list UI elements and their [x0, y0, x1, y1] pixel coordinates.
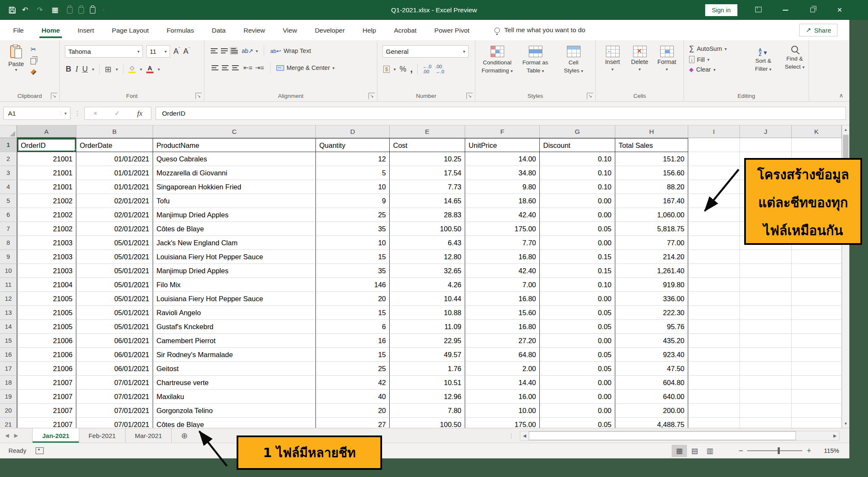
ribbon-tab-acrobat[interactable]: Acrobat — [385, 21, 425, 39]
page-break-view-icon[interactable]: ▥ — [702, 445, 717, 457]
format-cells-button[interactable]: Format▾ — [653, 40, 681, 101]
number-format-select[interactable]: General▾ — [382, 45, 469, 58]
cell[interactable]: 21001 — [17, 180, 76, 194]
cell[interactable]: 0.00 — [540, 390, 615, 404]
cell[interactable]: 35 — [316, 264, 390, 278]
cell[interactable]: 21003 — [17, 264, 76, 278]
cell[interactable]: 0.00 — [540, 376, 615, 390]
number-dialog-launcher[interactable]: ↘ — [466, 93, 473, 99]
cell[interactable]: 0.05 — [540, 306, 615, 320]
share-button[interactable]: ↗ Share — [799, 24, 837, 36]
cell[interactable] — [688, 320, 740, 334]
cell[interactable] — [740, 404, 792, 418]
cell[interactable]: 7.73 — [390, 180, 465, 194]
cell[interactable]: 0.00 — [540, 334, 615, 348]
tabbar-splitter[interactable]: ⋮ — [508, 433, 514, 439]
cell[interactable] — [740, 138, 792, 152]
cell[interactable]: 11.09 — [390, 320, 465, 334]
cell[interactable]: 0.05 — [540, 348, 615, 362]
cell[interactable]: 0.10 — [540, 152, 615, 166]
cell-styles-button[interactable]: Cell Styles ▾ — [555, 40, 593, 101]
formula-bar-handle[interactable]: ⋮ — [74, 110, 81, 117]
borders-icon[interactable]: ⊞ — [105, 64, 112, 74]
autosum-button[interactable]: ∑AutoSum▾ — [689, 44, 727, 53]
sheet-tab-mar-2021[interactable]: Mar-2021 — [126, 428, 172, 443]
cell[interactable]: 05/01/2021 — [76, 236, 153, 250]
percent-style-icon[interactable]: % — [399, 65, 406, 74]
paste-button[interactable]: Paste ▾ — [5, 44, 27, 72]
sheet-nav-right-icon[interactable]: ▶ — [14, 433, 23, 438]
cell[interactable] — [688, 236, 740, 250]
cell[interactable]: 222.30 — [615, 306, 688, 320]
italic-icon[interactable]: I — [75, 65, 78, 74]
close-button[interactable]: × — [833, 5, 846, 15]
cell[interactable]: 6 — [316, 320, 390, 334]
macro-record-icon[interactable] — [36, 447, 44, 454]
ribbon-tab-page-layout[interactable]: Page Layout — [103, 21, 158, 39]
cell[interactable]: 0.00 — [540, 208, 615, 222]
cell[interactable]: 21001 — [17, 166, 76, 180]
row-header-7[interactable]: 7 — [0, 222, 17, 236]
cell[interactable]: Sir Rodney's Marmalade — [153, 348, 316, 362]
ribbon-tab-data[interactable]: Data — [203, 21, 234, 39]
collapse-ribbon-icon[interactable]: ∧ — [839, 92, 843, 99]
find-select-button[interactable]: Find & Select ▾ — [779, 40, 810, 73]
underline-icon[interactable]: U — [82, 65, 88, 74]
ribbon-tab-developer[interactable]: Developer — [306, 21, 354, 39]
cell[interactable]: 42.40 — [465, 208, 540, 222]
cell[interactable]: 7.00 — [465, 278, 540, 292]
merge-center-label[interactable]: Merge & Center — [287, 64, 330, 71]
cell[interactable]: 175.00 — [465, 222, 540, 236]
customize-qat-icon[interactable]: ▾ — [101, 7, 105, 13]
scroll-up-icon[interactable]: ▲ — [842, 128, 849, 132]
cell[interactable] — [688, 334, 740, 348]
cell[interactable] — [740, 334, 792, 348]
cell[interactable] — [792, 278, 842, 292]
ribbon-tab-insert[interactable]: Insert — [69, 21, 103, 39]
ribbon-tab-formulas[interactable]: Formulas — [158, 21, 203, 39]
column-header-G[interactable]: G — [540, 125, 615, 138]
fill-color-icon[interactable]: ◇ — [128, 65, 136, 73]
align-top-icon[interactable] — [209, 47, 217, 55]
cell[interactable] — [740, 390, 792, 404]
cell[interactable]: 7.70 — [465, 236, 540, 250]
cancel-icon[interactable]: × — [93, 110, 97, 117]
cell[interactable]: 146 — [316, 278, 390, 292]
cell[interactable]: 06/01/2021 — [76, 348, 153, 362]
sheet-nav-left-icon[interactable]: ◀ — [0, 433, 14, 438]
row-header-12[interactable]: 12 — [0, 292, 17, 306]
cell[interactable]: 06/01/2021 — [76, 362, 153, 376]
cell[interactable]: 02/01/2021 — [76, 208, 153, 222]
cell[interactable] — [688, 362, 740, 376]
row-header-4[interactable]: 4 — [0, 180, 17, 194]
cell[interactable]: 4.26 — [390, 278, 465, 292]
cell[interactable]: 77.00 — [615, 236, 688, 250]
cell[interactable]: 12 — [316, 152, 390, 166]
save-icon[interactable] — [8, 6, 16, 14]
cell[interactable]: 21007 — [17, 418, 76, 428]
accounting-format-icon[interactable]: $ — [383, 66, 390, 73]
cell[interactable]: 10 — [316, 236, 390, 250]
cell[interactable] — [688, 152, 740, 166]
cell[interactable]: 21002 — [17, 222, 76, 236]
cell[interactable]: 156.60 — [615, 166, 688, 180]
row-header-3[interactable]: 3 — [0, 166, 17, 180]
ribbon-tab-home[interactable]: Home — [33, 21, 69, 39]
cell[interactable]: 14.40 — [465, 376, 540, 390]
cell[interactable] — [688, 278, 740, 292]
cell[interactable]: 21005 — [17, 320, 76, 334]
cell[interactable] — [792, 138, 842, 152]
cell[interactable]: 0.00 — [540, 404, 615, 418]
cell[interactable] — [740, 320, 792, 334]
align-middle-icon[interactable] — [220, 47, 227, 55]
cell[interactable] — [688, 348, 740, 362]
column-header-I[interactable]: I — [688, 125, 740, 138]
cell[interactable]: Côtes de Blaye — [153, 222, 316, 236]
cell[interactable]: 16.80 — [465, 292, 540, 306]
ribbon-tab-review[interactable]: Review — [234, 21, 274, 39]
paste-qat-icon[interactable] — [67, 7, 73, 14]
cell[interactable]: Manjimup Dried Apples — [153, 264, 316, 278]
alignment-dialog-launcher[interactable]: ↘ — [368, 93, 375, 99]
insert-function-icon[interactable]: fx — [137, 109, 142, 118]
row-header-10[interactable]: 10 — [0, 264, 17, 278]
